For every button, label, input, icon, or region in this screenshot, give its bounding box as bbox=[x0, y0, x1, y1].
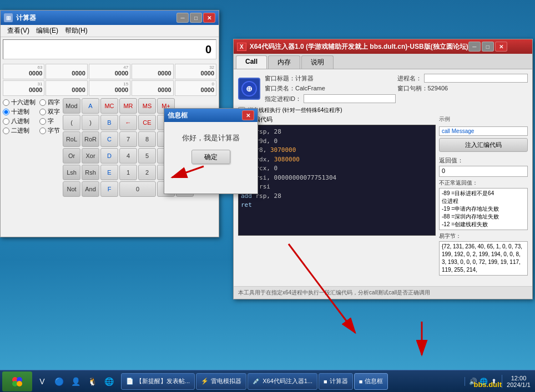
btn-mc[interactable]: MC bbox=[100, 98, 118, 114]
btn-rparen[interactable]: ) bbox=[82, 115, 99, 130]
code-line-6: mov rsi, 00000000077751304 bbox=[241, 174, 433, 183]
taskbar-clock[interactable]: 12:00 2024/1/1 bbox=[502, 375, 535, 388]
task-calc-label: 计算器 bbox=[330, 377, 348, 385]
example-text: call Message bbox=[439, 126, 528, 136]
btn-1[interactable]: 1 bbox=[119, 165, 137, 180]
tab-call[interactable]: Call bbox=[236, 55, 267, 69]
btn-or[interactable]: Or bbox=[63, 148, 80, 164]
btn-7[interactable]: 7 bbox=[119, 131, 137, 147]
calc-title-icon: ⊞ bbox=[4, 13, 13, 22]
taskbar-icon-2[interactable]: 🔵 bbox=[51, 373, 67, 390]
close-button[interactable]: ✕ bbox=[203, 13, 215, 23]
btn-g[interactable]: F bbox=[100, 181, 118, 197]
btn-back[interactable]: ← bbox=[119, 115, 137, 130]
injector-tabs: Call 内存 说明 bbox=[234, 54, 532, 69]
view-menu[interactable]: 查看(V) bbox=[4, 25, 33, 37]
btn-b[interactable]: B bbox=[100, 115, 118, 130]
taskbar-icon-3[interactable]: 👤 bbox=[68, 373, 83, 390]
btn-a[interactable]: A bbox=[82, 98, 99, 114]
bind-thread-checkbox-row: 绑定线程执行 (针对一些特殊64位程序) bbox=[238, 106, 528, 114]
injector-content: ⊕ 窗口标题：计算器 进程名： 窗口类名：CalcFrame 窗口 bbox=[234, 69, 532, 280]
return-section: 返回值： 0 不正常返回值： -89 =目标进程不是64位进程 -19 =申请内… bbox=[439, 156, 528, 276]
bin-radio[interactable]: 二进制 bbox=[3, 126, 36, 135]
taskbar-icon-browser[interactable]: 🌐 bbox=[101, 373, 117, 390]
easy-value: {72, 131, 236, 40, 65, 1, 0, 0, 73, 199,… bbox=[439, 241, 528, 276]
injector-window-controls: ─ □ ✕ bbox=[468, 42, 507, 52]
process-name-input[interactable] bbox=[424, 74, 528, 83]
btn-ror[interactable]: RoR bbox=[82, 131, 99, 147]
seg-31: 310000 bbox=[3, 80, 44, 96]
btn-ce[interactable]: CE bbox=[138, 115, 156, 130]
help-menu[interactable]: 帮助(H) bbox=[62, 25, 91, 37]
dialog-ok-button[interactable]: 确定 bbox=[191, 150, 230, 164]
injector-title: X64代码注入器1.0 (学游戏辅助开发就上 bbs.dult.cn)-USB版… bbox=[250, 42, 468, 52]
btn-f[interactable]: E bbox=[100, 165, 118, 180]
seg-32: 320000 bbox=[175, 64, 216, 79]
btn-not[interactable]: Not bbox=[63, 181, 80, 197]
task-post[interactable]: 📄 【新提醒】发表帖... bbox=[121, 373, 195, 390]
btn-d[interactable]: C bbox=[100, 131, 118, 147]
calculator-titlebar[interactable]: ⊞ 计算器 ─ □ ✕ bbox=[1, 11, 219, 25]
qword-radio[interactable]: 四字 bbox=[39, 98, 60, 106]
tab-memory[interactable]: 内存 bbox=[268, 55, 300, 69]
maximize-button[interactable]: □ bbox=[190, 13, 202, 23]
easy-label: 易字节： bbox=[439, 232, 528, 240]
word-radio[interactable]: 字 bbox=[39, 117, 60, 125]
dialog-title: 信息框 bbox=[168, 111, 188, 120]
process-id-input[interactable] bbox=[304, 94, 396, 103]
hex-radio[interactable]: 十六进制 bbox=[3, 98, 36, 106]
byte-radio[interactable]: 字节 bbox=[39, 126, 60, 135]
injector-titlebar[interactable]: X X64代码注入器1.0 (学游戏辅助开发就上 bbs.dult.cn)-US… bbox=[234, 39, 532, 54]
return-label: 返回值： bbox=[439, 156, 528, 165]
btn-lsh[interactable]: Lsh bbox=[63, 165, 80, 180]
dword-radio[interactable]: 双字 bbox=[39, 108, 60, 116]
injector-maximize[interactable]: □ bbox=[482, 42, 494, 52]
quick-launch: V 🔵 👤 🐧 🌐 bbox=[32, 373, 119, 390]
btn-e[interactable]: D bbox=[100, 148, 118, 164]
btn-and[interactable]: And bbox=[82, 181, 99, 197]
tab-explain[interactable]: 说明 bbox=[301, 55, 334, 69]
injector-close[interactable]: ✕ bbox=[495, 42, 507, 52]
minimize-button[interactable]: ─ bbox=[176, 13, 189, 23]
edit-menu[interactable]: 编辑(E) bbox=[33, 25, 62, 37]
seg-4: 0000 bbox=[46, 80, 87, 96]
task-calc-icon: ■ bbox=[324, 378, 327, 385]
taskbar-icon-qq[interactable]: 🐧 bbox=[84, 373, 100, 390]
code-line-9: ret bbox=[241, 201, 433, 210]
task-calculator[interactable]: ■ 计算器 bbox=[319, 373, 353, 390]
calculator-title: 计算器 bbox=[16, 13, 176, 23]
seg-15: 150000 bbox=[89, 80, 130, 96]
seg-63: 630000 bbox=[3, 64, 44, 79]
btn-rol[interactable]: RoL bbox=[63, 131, 80, 147]
btn-8[interactable]: 8 bbox=[138, 131, 156, 147]
code-line-2: mov r9d, 0 bbox=[241, 137, 433, 146]
dec-radio[interactable]: 十进制 bbox=[3, 108, 36, 116]
taskbar-icon-1[interactable]: V bbox=[34, 373, 50, 390]
btn-4[interactable]: 4 bbox=[119, 148, 137, 164]
error-line-2: -19 =申请内存地址失败 bbox=[442, 205, 525, 213]
injector-title-badge: X bbox=[237, 43, 246, 51]
injector-minimize[interactable]: ─ bbox=[468, 42, 481, 52]
task-injector[interactable]: 💉 X64代码注入器1... bbox=[248, 373, 317, 390]
dialog-titlebar[interactable]: 信息框 ✕ bbox=[164, 109, 258, 122]
task-emulator[interactable]: ⚡ 雷电模拟器 bbox=[196, 373, 246, 390]
btn-2[interactable]: 2 bbox=[138, 165, 156, 180]
dialog-close-button[interactable]: ✕ bbox=[242, 110, 254, 120]
btn-rsh[interactable]: Rsh bbox=[82, 165, 99, 180]
btn-mr[interactable]: MR bbox=[119, 98, 137, 114]
btn-mod[interactable]: Mod bbox=[63, 98, 80, 114]
start-button[interactable] bbox=[2, 371, 32, 391]
inject-button[interactable]: 注入汇编代码 bbox=[439, 138, 528, 152]
btn-5[interactable]: 5 bbox=[138, 148, 156, 164]
oct-radio[interactable]: 八进制 bbox=[3, 117, 36, 125]
btn-ms[interactable]: MS bbox=[138, 98, 156, 114]
task-infobox[interactable]: ■ 信息框 bbox=[354, 373, 388, 390]
process-name-field: 进程名： bbox=[397, 74, 528, 83]
dialog-message: 你好，我是计算器 bbox=[182, 133, 240, 143]
seg-3: 0000 bbox=[132, 64, 173, 79]
btn-xor[interactable]: Xor bbox=[82, 148, 99, 164]
code-section: x64汇编代码 sub rsp, 28 mov r9d, 0 mov r8, 3… bbox=[238, 115, 528, 276]
code-area[interactable]: sub rsp, 28 mov r9d, 0 mov r8, 3070000 m… bbox=[238, 125, 436, 236]
btn-0[interactable]: 0 bbox=[119, 181, 156, 197]
btn-lparen[interactable]: ( bbox=[63, 115, 80, 130]
